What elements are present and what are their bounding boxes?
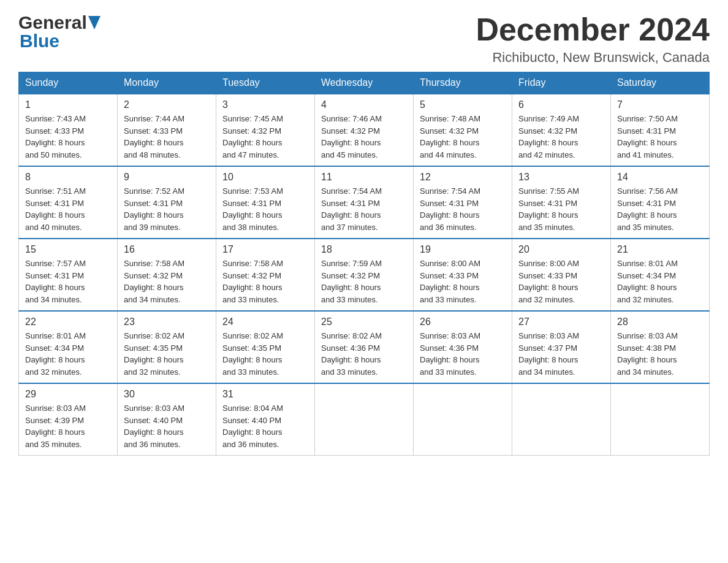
day-info: Sunrise: 8:03 AMSunset: 4:36 PMDaylight:… [420,330,506,378]
table-row: 11Sunrise: 7:54 AMSunset: 4:31 PMDayligh… [315,166,414,239]
table-row: 31Sunrise: 8:04 AMSunset: 4:40 PMDayligh… [216,383,315,456]
col-saturday: Saturday [611,72,710,94]
day-number: 17 [222,244,308,255]
table-row: 2Sunrise: 7:44 AMSunset: 4:33 PMDaylight… [118,94,216,166]
day-number: 21 [617,244,703,255]
day-info: Sunrise: 7:51 AMSunset: 4:31 PMDaylight:… [25,185,111,233]
table-row: 23Sunrise: 8:02 AMSunset: 4:35 PMDayligh… [118,311,216,383]
day-number: 3 [222,99,308,110]
table-row: 9Sunrise: 7:52 AMSunset: 4:31 PMDaylight… [118,166,216,239]
day-number: 31 [222,389,308,400]
logo-general-text: General [18,12,87,33]
day-number: 12 [420,172,506,183]
table-row: 20Sunrise: 8:00 AMSunset: 4:33 PMDayligh… [512,239,611,311]
table-row: 18Sunrise: 7:59 AMSunset: 4:32 PMDayligh… [315,239,414,311]
col-thursday: Thursday [414,72,512,94]
col-monday: Monday [118,72,216,94]
day-number: 25 [321,316,407,327]
day-info: Sunrise: 7:53 AMSunset: 4:31 PMDaylight:… [222,185,308,233]
day-info: Sunrise: 7:49 AMSunset: 4:32 PMDaylight:… [518,113,604,161]
day-info: Sunrise: 7:46 AMSunset: 4:32 PMDaylight:… [321,113,407,161]
table-row: 19Sunrise: 8:00 AMSunset: 4:33 PMDayligh… [414,239,512,311]
page-header: General Blue December 2024 Richibucto, N… [18,12,710,66]
table-row [414,383,512,456]
day-info: Sunrise: 7:58 AMSunset: 4:32 PMDaylight:… [124,258,210,305]
day-info: Sunrise: 7:52 AMSunset: 4:31 PMDaylight:… [124,185,210,233]
table-row: 24Sunrise: 8:02 AMSunset: 4:35 PMDayligh… [216,311,315,383]
table-row: 28Sunrise: 8:03 AMSunset: 4:38 PMDayligh… [611,311,710,383]
month-title: December 2024 [476,12,710,47]
table-row: 25Sunrise: 8:02 AMSunset: 4:36 PMDayligh… [315,311,414,383]
day-info: Sunrise: 7:59 AMSunset: 4:32 PMDaylight:… [321,258,407,305]
table-row: 15Sunrise: 7:57 AMSunset: 4:31 PMDayligh… [19,239,118,311]
day-number: 9 [124,172,210,183]
logo-arrow-icon [88,16,100,29]
day-number: 30 [124,389,210,400]
day-number: 28 [617,316,703,327]
table-row: 14Sunrise: 7:56 AMSunset: 4:31 PMDayligh… [611,166,710,239]
day-number: 4 [321,99,407,110]
day-number: 23 [124,316,210,327]
table-row: 7Sunrise: 7:50 AMSunset: 4:31 PMDaylight… [611,94,710,166]
logo-blue-text: Blue [18,31,59,52]
day-info: Sunrise: 7:56 AMSunset: 4:31 PMDaylight:… [617,185,703,233]
col-friday: Friday [512,72,611,94]
day-number: 14 [617,172,703,183]
day-info: Sunrise: 7:58 AMSunset: 4:32 PMDaylight:… [222,258,308,305]
calendar-week-row: 29Sunrise: 8:03 AMSunset: 4:39 PMDayligh… [19,383,710,456]
table-row: 8Sunrise: 7:51 AMSunset: 4:31 PMDaylight… [19,166,118,239]
table-row: 10Sunrise: 7:53 AMSunset: 4:31 PMDayligh… [216,166,315,239]
day-number: 7 [617,99,703,110]
day-info: Sunrise: 8:01 AMSunset: 4:34 PMDaylight:… [617,258,703,305]
day-number: 26 [420,316,506,327]
table-row: 17Sunrise: 7:58 AMSunset: 4:32 PMDayligh… [216,239,315,311]
day-info: Sunrise: 7:45 AMSunset: 4:32 PMDaylight:… [222,113,308,161]
calendar-week-row: 15Sunrise: 7:57 AMSunset: 4:31 PMDayligh… [19,239,710,311]
table-row: 13Sunrise: 7:55 AMSunset: 4:31 PMDayligh… [512,166,611,239]
table-row [611,383,710,456]
col-tuesday: Tuesday [216,72,315,94]
day-info: Sunrise: 7:54 AMSunset: 4:31 PMDaylight:… [420,185,506,233]
table-row: 12Sunrise: 7:54 AMSunset: 4:31 PMDayligh… [414,166,512,239]
calendar-week-row: 22Sunrise: 8:01 AMSunset: 4:34 PMDayligh… [19,311,710,383]
table-row [512,383,611,456]
col-sunday: Sunday [19,72,118,94]
day-number: 16 [124,244,210,255]
table-row: 26Sunrise: 8:03 AMSunset: 4:36 PMDayligh… [414,311,512,383]
day-info: Sunrise: 8:00 AMSunset: 4:33 PMDaylight:… [420,258,506,305]
day-number: 6 [518,99,604,110]
day-info: Sunrise: 8:02 AMSunset: 4:35 PMDaylight:… [124,330,210,378]
table-row: 6Sunrise: 7:49 AMSunset: 4:32 PMDaylight… [512,94,611,166]
svg-marker-0 [88,16,100,29]
table-row: 30Sunrise: 8:03 AMSunset: 4:40 PMDayligh… [118,383,216,456]
day-number: 1 [25,99,111,110]
day-number: 11 [321,172,407,183]
day-number: 27 [518,316,604,327]
day-info: Sunrise: 7:48 AMSunset: 4:32 PMDaylight:… [420,113,506,161]
day-info: Sunrise: 7:50 AMSunset: 4:31 PMDaylight:… [617,113,703,161]
day-number: 24 [222,316,308,327]
day-number: 15 [25,244,111,255]
day-info: Sunrise: 8:01 AMSunset: 4:34 PMDaylight:… [25,330,111,378]
day-number: 2 [124,99,210,110]
day-number: 19 [420,244,506,255]
day-info: Sunrise: 8:03 AMSunset: 4:40 PMDaylight:… [124,402,210,450]
day-info: Sunrise: 8:02 AMSunset: 4:35 PMDaylight:… [222,330,308,378]
day-info: Sunrise: 7:55 AMSunset: 4:31 PMDaylight:… [518,185,604,233]
day-number: 10 [222,172,308,183]
table-row: 3Sunrise: 7:45 AMSunset: 4:32 PMDaylight… [216,94,315,166]
col-wednesday: Wednesday [315,72,414,94]
table-row [315,383,414,456]
day-info: Sunrise: 7:43 AMSunset: 4:33 PMDaylight:… [25,113,111,161]
day-info: Sunrise: 8:04 AMSunset: 4:40 PMDaylight:… [222,402,308,450]
calendar-table: Sunday Monday Tuesday Wednesday Thursday… [18,72,710,456]
table-row: 29Sunrise: 8:03 AMSunset: 4:39 PMDayligh… [19,383,118,456]
day-number: 5 [420,99,506,110]
table-row: 5Sunrise: 7:48 AMSunset: 4:32 PMDaylight… [414,94,512,166]
day-info: Sunrise: 8:03 AMSunset: 4:38 PMDaylight:… [617,330,703,378]
table-row: 1Sunrise: 7:43 AMSunset: 4:33 PMDaylight… [19,94,118,166]
table-row: 4Sunrise: 7:46 AMSunset: 4:32 PMDaylight… [315,94,414,166]
day-info: Sunrise: 7:57 AMSunset: 4:31 PMDaylight:… [25,258,111,305]
logo: General Blue [18,12,100,52]
location-text: Richibucto, New Brunswick, Canada [476,50,710,66]
